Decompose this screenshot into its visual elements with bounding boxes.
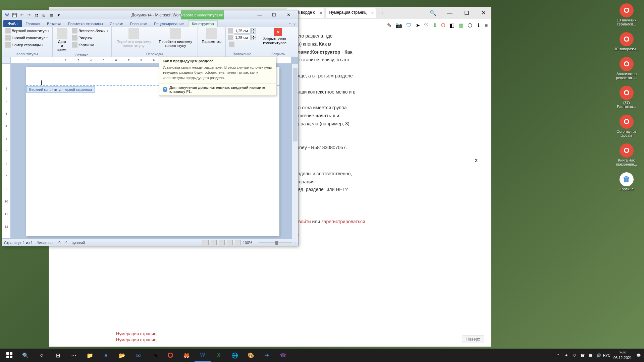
options-button[interactable]: Параметры xyxy=(200,27,224,44)
clock[interactable]: 7:25 06.12.2021 xyxy=(611,351,635,360)
downloads-icon[interactable]: ⤓ xyxy=(476,22,481,28)
tray-icon[interactable]: 🛡 xyxy=(571,351,579,359)
tab-file[interactable]: Файл xyxy=(3,20,22,27)
spin-down-icon[interactable]: ▾ xyxy=(251,38,256,40)
goto-header-button[interactable]: Перейти к верхнему колонтитулу xyxy=(114,27,154,48)
quick-parts-button[interactable]: Экспресс-блоки▾ xyxy=(71,27,109,34)
opera-icon[interactable]: O xyxy=(441,22,445,28)
desktop-shortcut[interactable]: O(37) Растяжка... xyxy=(614,86,639,109)
close-button[interactable]: ✕ xyxy=(284,12,293,18)
notification-icon[interactable]: 💬 xyxy=(635,351,643,359)
tab-references[interactable]: Ссылки xyxy=(106,21,127,27)
tray-icon[interactable]: ☎ xyxy=(579,351,587,359)
desktop-shortcut[interactable]: OCoronavirus Update xyxy=(614,115,639,137)
word-titlebar[interactable]: W 💾 ↶ ↷ ◔ ⊞ ▤ ▾ Документ4 - Microsoft Wo… xyxy=(2,10,298,19)
qat-button[interactable]: ▤ xyxy=(48,12,54,18)
start-button[interactable] xyxy=(1,349,17,362)
collapse-ribbon-icon[interactable]: ⌃ xyxy=(288,22,291,27)
scroll-to-top-button[interactable]: Наверх xyxy=(462,335,484,343)
camera-icon[interactable]: 📷 xyxy=(395,22,402,28)
undo-icon[interactable]: ↶ xyxy=(19,12,25,18)
goto-footer-button[interactable]: Перейти к нижнему колонтитулу xyxy=(156,27,196,48)
zoom-in-button[interactable]: + xyxy=(294,241,296,245)
register-link[interactable]: зарегистрироваться xyxy=(321,219,365,224)
extension-icon[interactable]: ◧ xyxy=(449,22,454,28)
explorer-button[interactable]: 📂 xyxy=(114,349,130,362)
qat-button[interactable]: ◔ xyxy=(34,12,40,18)
cortana-button[interactable]: ○ xyxy=(34,349,50,362)
zoom-slider[interactable] xyxy=(259,242,292,243)
zoom-level[interactable]: 100% xyxy=(243,241,252,245)
desktop-shortcut[interactable]: OАнализатор рецептов -... xyxy=(614,57,639,80)
edge-chromium-button[interactable]: 🌐 xyxy=(227,349,243,362)
maximize-button[interactable]: ☐ xyxy=(462,8,472,18)
file-explorer-button[interactable]: 📁 xyxy=(82,349,98,362)
volume-icon[interactable]: 🔊 xyxy=(595,351,603,359)
tab-close-icon[interactable]: × xyxy=(320,10,322,16)
tray-icon[interactable]: ▦ xyxy=(587,351,595,359)
footer-position-input[interactable]: ▴▾ xyxy=(228,35,256,40)
picture-button[interactable]: Рисунок xyxy=(71,35,109,41)
outline-view-button[interactable] xyxy=(227,240,233,245)
desktop-shortcut[interactable]: O10 заворажи... xyxy=(614,32,639,51)
maximize-button[interactable]: ☐ xyxy=(269,12,279,18)
download-icon[interactable]: ⬇ xyxy=(433,22,437,28)
close-header-footer-button[interactable]: ✕ Закрыть окно колонтитулов xyxy=(260,27,296,46)
minimize-button[interactable]: — xyxy=(255,12,264,18)
search-button[interactable]: 🔍 xyxy=(17,349,34,362)
insert-tab-button[interactable] xyxy=(228,41,256,48)
tab-insert[interactable]: Вставка xyxy=(44,21,65,27)
clipart-button[interactable]: Картинка xyxy=(71,42,109,48)
shield-icon[interactable]: 🛡 xyxy=(406,22,412,28)
zoom-thumb[interactable] xyxy=(275,241,278,245)
tab-close-icon[interactable]: × xyxy=(371,10,374,16)
mail-button[interactable]: ✉ xyxy=(130,349,146,362)
desktop-shortcut[interactable]: OКнига Час презрения... xyxy=(614,143,639,166)
redo-icon[interactable]: ↷ xyxy=(26,12,32,18)
vertical-ruler[interactable]: 123456789101112 xyxy=(2,64,11,239)
language-indicator[interactable]: РУС xyxy=(603,351,611,359)
tray-icon[interactable]: ✈ xyxy=(562,351,571,359)
opera-button[interactable]: O xyxy=(162,349,178,362)
spin-up-icon[interactable]: ▴ xyxy=(251,35,256,38)
tab-layout[interactable]: Разметка страницы xyxy=(65,21,106,27)
extension-icon[interactable]: ▦ xyxy=(459,22,464,28)
minimize-button[interactable]: — xyxy=(445,8,455,18)
nav-link[interactable]: Нумерация страниц xyxy=(116,337,210,342)
viber-button[interactable]: ☎ xyxy=(275,349,291,362)
edit-icon[interactable]: ✎ xyxy=(387,22,391,28)
draft-view-button[interactable] xyxy=(235,240,241,245)
desktop-shortcut[interactable]: O13 научных сериалов,.. xyxy=(614,3,639,26)
new-tab-button[interactable]: + xyxy=(377,8,387,18)
web-layout-view-button[interactable] xyxy=(219,240,225,245)
send-icon[interactable]: ➤ xyxy=(416,22,420,28)
tray-chevron-icon[interactable]: ⌃ xyxy=(554,351,562,359)
tab-home[interactable]: Главная xyxy=(22,21,44,27)
spin-down-icon[interactable]: ▾ xyxy=(251,31,256,34)
app-button[interactable]: 🎨 xyxy=(243,349,259,362)
qat-button[interactable]: ⊞ xyxy=(41,12,47,18)
task-view-button[interactable]: ⊞ xyxy=(50,349,66,362)
search-icon[interactable]: 🔍 xyxy=(428,8,438,18)
save-icon[interactable]: 💾 xyxy=(11,12,17,18)
ruler-corner[interactable]: L xyxy=(2,57,11,64)
word-count-status[interactable]: Число слов: 0 xyxy=(37,241,61,245)
login-link[interactable]: войти xyxy=(299,219,311,224)
word-button[interactable]: W xyxy=(195,349,211,362)
edge-button[interactable]: e xyxy=(98,349,114,362)
taskbar-app[interactable]: ⋯ xyxy=(66,349,82,362)
cube-icon[interactable]: ⬡ xyxy=(468,22,472,28)
tab-review[interactable]: Рецензирование xyxy=(151,21,187,27)
nav-link[interactable]: Нумерация страниц xyxy=(116,331,210,336)
zoom-out-button[interactable]: − xyxy=(254,241,256,245)
help-icon[interactable]: ? xyxy=(293,22,296,27)
page-status[interactable]: Страница: 1 из 1 xyxy=(4,241,33,245)
language-status[interactable]: русский xyxy=(71,241,85,245)
header-button[interactable]: Верхний колонтитул▾ xyxy=(4,27,50,34)
spellcheck-icon[interactable]: ✓ xyxy=(64,240,67,245)
menu-icon[interactable]: ≡ xyxy=(485,22,488,28)
vertical-scrollbar[interactable] xyxy=(292,64,298,239)
print-layout-view-button[interactable] xyxy=(203,240,209,245)
tab-constructor[interactable]: Конструктор xyxy=(188,20,218,27)
close-button[interactable]: ✕ xyxy=(478,8,488,18)
